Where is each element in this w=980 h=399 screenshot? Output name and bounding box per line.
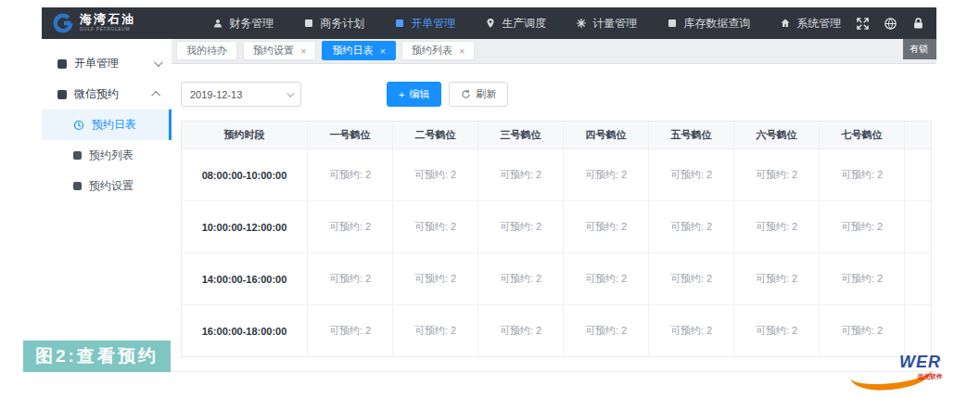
availability-cell[interactable]: 可预约: 2: [477, 253, 563, 304]
column-header: 预约时段: [182, 122, 307, 148]
availability-cell[interactable]: 可预约: 2: [477, 149, 563, 200]
tab-预约列表[interactable]: 预约列表×: [401, 41, 475, 60]
availability-cell[interactable]: 可预约: 2: [392, 305, 477, 356]
availability-cell[interactable]: 可预约: 2: [563, 305, 648, 356]
pin-icon: [485, 18, 496, 29]
brand-logo[interactable]: 海湾石油 GULF PETROLEUM: [42, 13, 173, 34]
globe-icon[interactable]: [884, 17, 897, 31]
availability-cell[interactable]: 可预约: 2: [477, 201, 563, 252]
column-header: 五号鹤位: [648, 122, 733, 148]
refresh-icon: [461, 89, 471, 99]
table-row: 16:00:00-18:00:00可预约: 2可预约: 2可预约: 2可预约: …: [182, 304, 931, 356]
doc-icon: [73, 151, 82, 160]
folder-icon: [57, 59, 67, 69]
availability-cell[interactable]: 可预约: 2: [733, 253, 819, 304]
header-actions: [856, 17, 938, 31]
time-slot-cell: 14:00:00-16:00:00: [182, 253, 307, 304]
chevron-down-icon: [154, 58, 163, 67]
home-icon: [780, 18, 791, 29]
refresh-button[interactable]: 刷新: [449, 82, 508, 107]
folder-icon: [57, 90, 67, 99]
time-slot-cell: 16:00:00-18:00:00: [182, 305, 307, 356]
availability-cell[interactable]: 可预约: 2: [733, 149, 819, 200]
tab-预约日表[interactable]: 预约日表×: [322, 41, 395, 60]
availability-cell[interactable]: 可预约: 2: [392, 201, 477, 252]
availability-cell[interactable]: 可预约: 2: [819, 149, 904, 200]
clock-icon: [73, 120, 84, 131]
time-slot-cell: 08:00:00-10:00:00: [182, 149, 307, 200]
column-header: 四号鹤位: [563, 122, 648, 148]
availability-cell[interactable]: 可预约: 2: [733, 305, 819, 356]
app-window: 海湾石油 GULF PETROLEUM 财务管理商务计划开单管理生产调度计量管理…: [42, 7, 936, 372]
chevron-up-icon: [151, 91, 160, 100]
close-icon[interactable]: ×: [459, 45, 465, 57]
watermark-subtext: 远光软件: [917, 372, 942, 380]
tab-预约设置[interactable]: 预约设置×: [243, 41, 316, 60]
availability-cell[interactable]: 可预约: 2: [648, 201, 733, 252]
table-row: 10:00:00-12:00:00可预约: 2可预约: 2可预约: 2可预约: …: [182, 200, 931, 252]
nav-item-库存数据查询[interactable]: 库存数据查询: [652, 7, 765, 39]
availability-cell[interactable]: 可预约: 2: [819, 305, 904, 356]
availability-cell[interactable]: 可预约: 2: [563, 253, 648, 304]
availability-cell[interactable]: 可预约: 2: [307, 201, 392, 252]
availability-cell[interactable]: 可预约: 2: [819, 201, 904, 252]
fullscreen-icon[interactable]: [856, 17, 870, 31]
nav-item-财务管理[interactable]: 财务管理: [197, 7, 288, 39]
availability-cell[interactable]: 可预约: 2: [648, 253, 733, 304]
availability-cell[interactable]: 可预约: 2: [392, 149, 477, 200]
availability-cell[interactable]: 可预约: 2: [563, 149, 648, 200]
time-slot-cell: 10:00:00-12:00:00: [182, 201, 307, 252]
availability-cell[interactable]: 可预约: 2: [307, 305, 392, 356]
tab-strip: 我的待办预约设置×预约日表×预约列表×: [172, 39, 936, 64]
grid-icon: [303, 18, 314, 29]
brand-g-icon: [53, 13, 73, 33]
column-header: 七号鹤位: [819, 122, 904, 148]
date-select-value: 2019-12-13: [190, 89, 242, 100]
availability-cell[interactable]: 可预约: 2: [392, 253, 477, 304]
column-header: 一号鹤位: [307, 122, 392, 148]
nav-item-系统管理[interactable]: 系统管理: [765, 7, 856, 39]
sidebar-item-开单管理[interactable]: 开单管理: [42, 48, 172, 79]
top-nav: 财务管理商务计划开单管理生产调度计量管理库存数据查询系统管理: [197, 7, 856, 39]
sidebar-item-微信预约[interactable]: 微信预约: [42, 79, 172, 109]
lock-tooltip: 有锁: [903, 39, 936, 59]
table-row: 14:00:00-16:00:00可预约: 2可预约: 2可预约: 2可预约: …: [182, 252, 931, 304]
nav-item-开单管理[interactable]: 开单管理: [379, 7, 470, 39]
availability-cell[interactable]: 可预约: 2: [563, 201, 648, 252]
availability-cell[interactable]: 可预约: 2: [733, 201, 819, 252]
doc-icon: [73, 182, 82, 190]
sidebar: 开单管理微信预约预约日表预约列表预约设置: [42, 39, 172, 371]
column-header: 二号鹤位: [392, 122, 477, 148]
lock-icon[interactable]: [911, 17, 925, 31]
nav-item-生产调度[interactable]: 生产调度: [470, 7, 561, 39]
availability-cell[interactable]: 可预约: 2: [477, 305, 563, 356]
brand-title: 海湾石油: [80, 13, 160, 25]
main-panel: 我的待办预约设置×预约日表×预约列表× 2019-12-13 + 编辑: [172, 39, 936, 371]
availability-cell[interactable]: 可预约: 2: [648, 305, 733, 356]
table-body: 08:00:00-10:00:00可预约: 2可预约: 2可预约: 2可预约: …: [182, 148, 931, 356]
table-row: 08:00:00-10:00:00可预约: 2可预约: 2可预约: 2可预约: …: [182, 148, 931, 200]
availability-cell[interactable]: 可预约: 2: [307, 149, 392, 200]
figure-caption: 图2:查看预约: [23, 341, 171, 372]
availability-cell[interactable]: 可预约: 2: [819, 253, 904, 304]
sidebar-item-预约日表[interactable]: 预约日表: [42, 109, 172, 140]
plus-icon: +: [399, 89, 404, 100]
app-header: 海湾石油 GULF PETROLEUM 财务管理商务计划开单管理生产调度计量管理…: [42, 7, 936, 39]
availability-cell[interactable]: 可预约: 2: [307, 253, 392, 304]
table-header: 预约时段一号鹤位二号鹤位三号鹤位四号鹤位五号鹤位六号鹤位七号鹤位: [182, 122, 931, 148]
page: 海湾石油 GULF PETROLEUM 财务管理商务计划开单管理生产调度计量管理…: [0, 0, 980, 399]
grid-icon: [394, 18, 405, 29]
edit-button[interactable]: + 编辑: [387, 82, 441, 107]
close-icon[interactable]: ×: [300, 45, 306, 57]
toolbar: 2019-12-13 + 编辑 刷新: [181, 82, 927, 107]
tab-我的待办[interactable]: 我的待办: [176, 41, 237, 60]
reservation-table: 预约时段一号鹤位二号鹤位三号鹤位四号鹤位五号鹤位六号鹤位七号鹤位 08:00:0…: [181, 121, 932, 357]
close-icon[interactable]: ×: [379, 45, 385, 57]
sidebar-item-预约列表[interactable]: 预约列表: [42, 140, 172, 171]
availability-cell[interactable]: 可预约: 2: [648, 149, 733, 200]
column-header: 六号鹤位: [733, 122, 819, 148]
date-select[interactable]: 2019-12-13: [181, 82, 301, 107]
sidebar-item-预约设置[interactable]: 预约设置: [42, 171, 172, 201]
nav-item-商务计划[interactable]: 商务计划: [288, 7, 379, 39]
nav-item-计量管理[interactable]: 计量管理: [561, 7, 652, 39]
